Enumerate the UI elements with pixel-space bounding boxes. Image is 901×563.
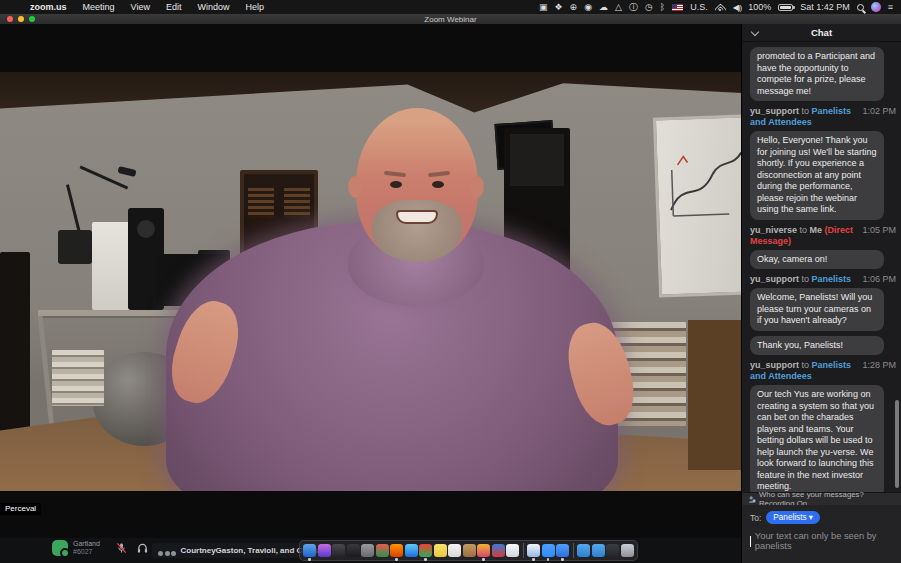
camera-app-icon[interactable]: [347, 544, 360, 557]
discord-avatar[interactable]: [52, 540, 68, 556]
chat-message-header: yu_support to Panelists and Attendees1:0…: [750, 106, 896, 128]
chat-header: Chat: [742, 24, 901, 42]
chat-message-header: yu_support to Panelists and Attendees1:2…: [750, 360, 896, 382]
chat-message-header: yu_niverse to Me (Direct Message)1:05 PM: [750, 225, 896, 247]
safari-icon[interactable]: [405, 544, 418, 557]
pinwheel-app-icon[interactable]: [477, 544, 490, 557]
battery-icon[interactable]: [778, 4, 793, 11]
triangle-icon[interactable]: △: [615, 0, 622, 14]
chat-input[interactable]: Your text can only be seen by panelists: [750, 531, 894, 551]
menu-bar: zoom.us Meeting View Edit Window Help ▣❖…: [0, 0, 901, 14]
chat-input-placeholder: Your text can only be seen by panelists: [755, 531, 894, 551]
dock-separator: [523, 543, 524, 558]
mic-muted-icon[interactable]: [116, 542, 127, 554]
folder-icon[interactable]: [577, 544, 590, 557]
window-title-bar: Zoom Webinar: [0, 14, 901, 24]
text-caret: [750, 536, 751, 547]
colored-squares-app-icon[interactable]: [376, 544, 389, 557]
menu-status-area: ▣❖⊕◉☁△ⓘ◷ᛒ U.S. ◀)) 100% Sat 1:42 PM ≡: [539, 0, 901, 14]
chat-compose-area: To: Panelists ▾ Your text can only be se…: [742, 505, 901, 563]
gray-app-icon[interactable]: [361, 544, 374, 557]
chat-panel: Chat promoted to a Participant and have …: [741, 24, 901, 563]
chat-message-list[interactable]: promoted to a Participant and have the o…: [742, 42, 901, 492]
minimized-window-icon[interactable]: [606, 544, 619, 557]
to-label: To:: [750, 513, 761, 523]
room-shelf-left: [0, 252, 30, 457]
discord-user-area[interactable]: Gartland #6027: [52, 540, 100, 556]
menu-meeting[interactable]: Meeting: [75, 2, 123, 12]
participant-name-tag: Perceval: [0, 503, 41, 515]
menu-zoom-us[interactable]: zoom.us: [22, 2, 75, 12]
wooden-shelf: [688, 320, 741, 470]
notification-center-icon[interactable]: ≡: [888, 0, 893, 14]
webinar-video-area: Perceval: [0, 24, 741, 538]
dock-separator: [573, 543, 574, 558]
colorful-app-icon[interactable]: ❖: [555, 0, 563, 14]
privacy-person-icon: [748, 495, 756, 504]
trash-icon[interactable]: [621, 544, 634, 557]
firefox-icon[interactable]: [390, 544, 403, 557]
siri-icon[interactable]: [871, 2, 881, 12]
swirl-app-icon[interactable]: ◉: [584, 0, 592, 14]
member-avatars: [158, 542, 178, 560]
room-whiteboard: [653, 114, 741, 297]
person-eye: [432, 181, 444, 188]
person-smile: [396, 210, 438, 224]
menu-edit[interactable]: Edit: [158, 2, 190, 12]
chat-message-bubble: Welcome, Panelists! Will you please turn…: [750, 288, 884, 331]
kraft-box-icon[interactable]: [463, 544, 476, 557]
bluetooth-icon[interactable]: ᛒ: [660, 0, 665, 14]
chat-message-bubble: Okay, camera on!: [750, 250, 884, 270]
volume-icon[interactable]: ◀)): [733, 3, 741, 12]
spotlight-search-icon[interactable]: [857, 4, 864, 11]
battery-percent-label: 100%: [748, 2, 771, 12]
chrome-icon[interactable]: [419, 544, 432, 557]
discord-tag: #6027: [73, 548, 100, 556]
time-machine-icon[interactable]: ◷: [645, 0, 653, 14]
desktop-screen: zoom.us Meeting View Edit Window Help ▣❖…: [0, 0, 901, 563]
wifi-icon[interactable]: [715, 3, 726, 12]
chevron-down-icon[interactable]: [751, 28, 759, 36]
info-icon[interactable]: ⓘ: [629, 0, 638, 14]
discord-username: Gartland: [73, 540, 100, 548]
display-icon[interactable]: ▣: [539, 0, 548, 14]
video-app-icon[interactable]: [556, 544, 569, 557]
chat-title: Chat: [811, 27, 832, 38]
participant-video: [0, 72, 741, 491]
swirl-blue-red-icon[interactable]: [492, 544, 505, 557]
room-ceiling: [0, 72, 741, 142]
input-source-label[interactable]: U.S.: [690, 2, 708, 12]
desk-lamp: [117, 166, 136, 177]
book-stack: [52, 350, 104, 406]
launchpad-icon[interactable]: [332, 544, 345, 557]
menu-view[interactable]: View: [123, 2, 158, 12]
window-title: Zoom Webinar: [0, 15, 901, 24]
zoom-icon[interactable]: [542, 544, 555, 557]
recipient-dropdown[interactable]: Panelists ▾: [766, 511, 820, 524]
chat-privacy-bar[interactable]: Who can see your messages? Recording On: [742, 492, 901, 505]
backup-icon[interactable]: ⊕: [570, 0, 578, 14]
dock: [299, 540, 638, 561]
textedit-icon[interactable]: [448, 544, 461, 557]
notes-icon[interactable]: [434, 544, 447, 557]
export-doc-icon[interactable]: [527, 544, 540, 557]
chat-message-bubble: promoted to a Participant and have the o…: [750, 47, 884, 101]
chat-message-bubble: Thank you, Panelists!: [750, 336, 884, 356]
us-flag-icon[interactable]: [672, 4, 683, 11]
folder-icon[interactable]: [592, 544, 605, 557]
cloud-icon[interactable]: ☁: [599, 0, 608, 14]
menu-help[interactable]: Help: [237, 2, 272, 12]
chat-scrollbar[interactable]: [895, 400, 899, 488]
finder-icon[interactable]: [303, 544, 316, 557]
menu-window[interactable]: Window: [189, 2, 237, 12]
menu-clock[interactable]: Sat 1:42 PM: [800, 2, 850, 12]
chat-message-header: yu_support to Panelists1:06 PM: [750, 274, 896, 285]
app-store-icon[interactable]: [506, 544, 519, 557]
chat-message-bubble: Hello, Everyone! Thank you for joining u…: [750, 131, 884, 220]
chat-message-bubble: Our tech Yus are working on creating a s…: [750, 385, 884, 492]
person-eye: [390, 181, 402, 188]
headphones-icon[interactable]: [137, 542, 148, 554]
siri-icon[interactable]: [318, 544, 331, 557]
